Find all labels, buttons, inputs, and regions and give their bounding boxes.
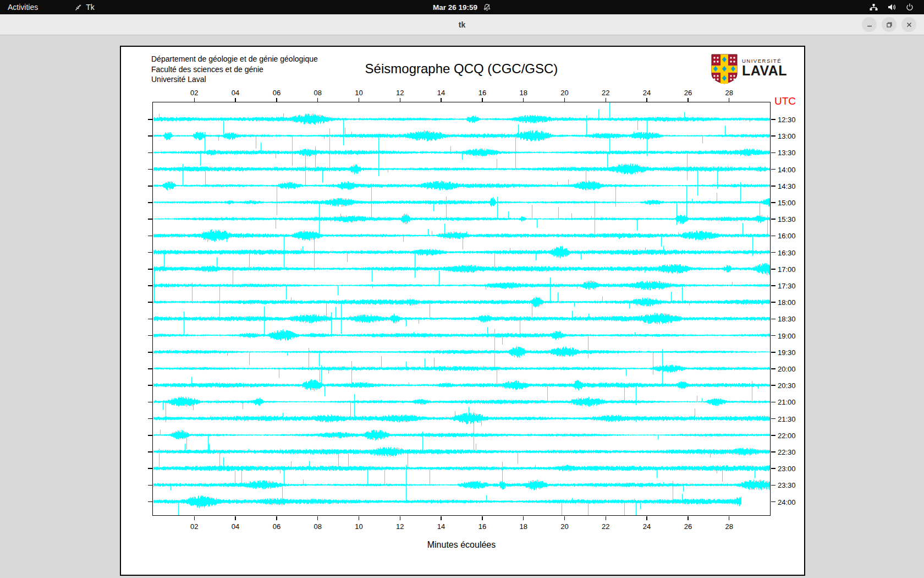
minimize-button[interactable]: [862, 17, 877, 32]
row-tick-right: [771, 302, 776, 303]
utc-time-label: 24:00: [778, 499, 803, 506]
row-tick-right: [771, 252, 776, 253]
x-tick-label-bottom: 14: [432, 522, 450, 531]
x-tick-label-top: 14: [432, 89, 450, 97]
system-tray[interactable]: [869, 0, 924, 14]
logo-laval-word: LAVAL: [742, 64, 787, 77]
row-tick-right: [771, 152, 776, 154]
x-tick-label-bottom: 22: [596, 522, 615, 531]
row-tick-left: [148, 501, 152, 503]
utc-time-label: 23:30: [778, 482, 803, 489]
x-tick-label-top: 16: [473, 89, 492, 97]
row-tick-left: [148, 352, 152, 353]
utc-time-label: 14:00: [778, 166, 803, 173]
x-tick-bottom: [646, 516, 647, 520]
row-tick-right: [771, 202, 776, 203]
row-tick-right: [771, 119, 776, 120]
x-tick-label-bottom: 06: [267, 522, 286, 531]
x-tick-label-top: 24: [637, 89, 656, 97]
utc-time-label: 18:30: [778, 315, 803, 323]
close-icon: [906, 21, 912, 28]
row-tick-left: [148, 418, 152, 419]
utc-time-label: 13:00: [778, 133, 803, 140]
row-tick-left: [148, 152, 152, 154]
x-tick-top: [441, 98, 442, 102]
restore-icon: [886, 21, 893, 28]
clock-button[interactable]: Mar 26 19:59: [433, 3, 477, 12]
x-tick-top: [606, 98, 607, 102]
row-tick-left: [148, 169, 152, 170]
x-tick-label-top: 18: [514, 89, 533, 97]
row-tick-right: [771, 269, 776, 270]
utc-time-label: 23:00: [778, 465, 803, 472]
row-tick-right: [771, 186, 776, 187]
header-line-3: Université Laval: [151, 74, 318, 85]
x-tick-bottom: [235, 516, 236, 520]
x-tick-label-top: 04: [226, 89, 245, 97]
x-tick-bottom: [441, 516, 442, 520]
row-tick-right: [771, 368, 776, 369]
row-tick-left: [148, 219, 152, 220]
utc-time-label: 22:00: [778, 432, 803, 439]
x-tick-label-bottom: 20: [556, 522, 574, 531]
x-tick-top: [729, 98, 730, 102]
utc-time-label: 20:30: [778, 382, 803, 389]
utc-time-label: 19:00: [778, 332, 803, 340]
x-tick-top: [276, 98, 277, 102]
row-tick-right: [771, 352, 776, 353]
row-tick-left: [148, 368, 152, 369]
utc-time-label: 12:30: [778, 116, 803, 123]
maximize-button[interactable]: [882, 17, 897, 32]
x-tick-label-top: 02: [185, 89, 204, 97]
utc-time-label: 17:30: [778, 282, 803, 290]
utc-time-label: 17:00: [778, 266, 803, 273]
x-tick-label-bottom: 28: [720, 522, 739, 531]
x-tick-top: [400, 98, 401, 102]
row-tick-left: [148, 285, 152, 286]
row-tick-left: [148, 252, 152, 253]
x-tick-label-bottom: 16: [473, 522, 492, 531]
x-tick-bottom: [400, 516, 401, 520]
row-tick-left: [148, 451, 152, 452]
gnome-top-bar: Activities Tk Mar 26 19:59: [0, 0, 924, 14]
row-tick-left: [148, 435, 152, 436]
x-tick-bottom: [729, 516, 730, 520]
row-tick-left: [148, 385, 152, 386]
utc-axis-header: UTC: [774, 95, 796, 107]
plot-area: [152, 102, 771, 516]
x-tick-label-top: 06: [267, 89, 286, 97]
power-icon: [905, 3, 914, 12]
row-tick-right: [771, 385, 776, 386]
row-tick-right: [771, 402, 776, 403]
x-tick-top: [688, 98, 689, 102]
row-tick-left: [148, 485, 152, 486]
x-tick-label-bottom: 24: [637, 522, 656, 531]
seismogram-traces: [153, 102, 770, 515]
utc-time-label: 16:00: [778, 232, 803, 239]
x-tick-top: [646, 98, 647, 102]
close-button[interactable]: [901, 17, 916, 32]
x-tick-label-top: 28: [720, 89, 739, 97]
x-tick-top: [359, 98, 360, 102]
header-line-1: Département de géologie et de génie géol…: [151, 54, 318, 64]
row-tick-right: [771, 468, 776, 469]
row-tick-left: [148, 236, 152, 237]
x-tick-bottom: [523, 516, 524, 520]
x-tick-top: [482, 98, 483, 102]
x-tick-bottom: [688, 516, 689, 520]
utc-time-label: 15:00: [778, 199, 803, 206]
clock-label: Mar 26 19:59: [433, 3, 477, 12]
x-tick-label-top: 26: [679, 89, 697, 97]
row-tick-left: [148, 269, 152, 270]
x-tick-top: [317, 98, 318, 102]
row-tick-right: [771, 485, 776, 486]
utc-time-label: 21:30: [778, 416, 803, 423]
row-tick-right: [771, 451, 776, 452]
row-tick-left: [148, 402, 152, 403]
utc-time-label: 22:30: [778, 449, 803, 456]
seismograph-canvas: Département de géologie et de génie géol…: [120, 46, 805, 576]
x-tick-top: [235, 98, 236, 102]
x-tick-label-bottom: 18: [514, 522, 533, 531]
x-tick-label-top: 22: [596, 89, 615, 97]
x-tick-bottom: [606, 516, 607, 520]
